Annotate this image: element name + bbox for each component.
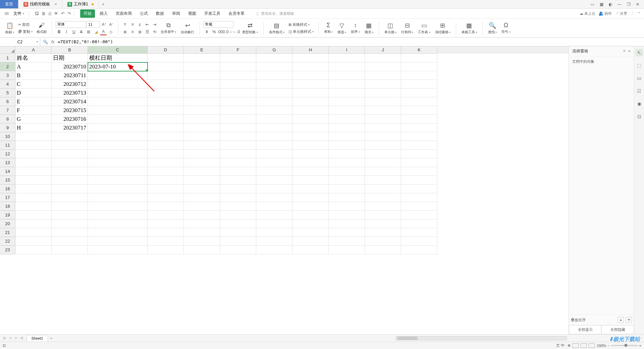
cell-C16[interactable]	[88, 185, 148, 193]
save-icon[interactable]: 🖫	[35, 11, 39, 16]
cell-E22[interactable]	[184, 237, 220, 246]
column-header-B[interactable]: B	[52, 46, 88, 54]
cell-K18[interactable]	[401, 202, 437, 211]
cell-K9[interactable]	[401, 123, 437, 132]
cell-I21[interactable]	[329, 228, 365, 237]
cell-D18[interactable]	[148, 202, 184, 211]
status-mode-icon[interactable]: ⊡	[3, 343, 6, 348]
cell-B11[interactable]	[52, 141, 88, 150]
cell-K15[interactable]	[401, 176, 437, 185]
comma-icon[interactable]: 000	[218, 29, 225, 35]
cell-K14[interactable]	[401, 167, 437, 176]
close-pane-icon[interactable]: ✕	[628, 49, 631, 53]
undo-icon[interactable]: ↶	[61, 11, 65, 16]
cell-D9[interactable]	[148, 123, 184, 132]
horizontal-scrollbar[interactable]	[396, 336, 567, 340]
cell-G8[interactable]	[256, 115, 292, 123]
row-header-11[interactable]: 11	[0, 141, 15, 150]
backup-tool-icon[interactable]: ◉	[636, 100, 643, 107]
cell-D2[interactable]	[148, 62, 184, 71]
row-header-2[interactable]: 2	[0, 62, 15, 71]
ribbon-tab-dev[interactable]: 开发工具	[201, 9, 224, 18]
cell-J11[interactable]	[365, 141, 401, 150]
align-left-icon[interactable]: ≣	[122, 29, 128, 35]
table-tools-button[interactable]: ▦表格工具	[460, 21, 479, 35]
cell-K1[interactable]	[401, 54, 437, 62]
cell-E3[interactable]	[184, 71, 220, 80]
cell-J15[interactable]	[365, 176, 401, 185]
row-header-21[interactable]: 21	[0, 228, 15, 237]
property-tool-icon[interactable]: ☷	[636, 87, 643, 95]
cell-A2[interactable]: A	[15, 62, 52, 71]
cell-E15[interactable]	[184, 176, 220, 185]
align-bottom-icon[interactable]: ⫫	[137, 21, 143, 28]
cell-K16[interactable]	[401, 185, 437, 193]
cell-I4[interactable]	[329, 80, 365, 89]
cell-D10[interactable]	[148, 132, 184, 141]
print-preview-icon[interactable]: 👁	[54, 11, 58, 16]
cell-K20[interactable]	[401, 219, 437, 228]
cell-I1[interactable]	[329, 54, 365, 62]
cell-C10[interactable]	[88, 132, 148, 141]
cell-A11[interactable]	[15, 141, 52, 150]
column-header-D[interactable]: D	[148, 46, 184, 54]
skin-icon[interactable]: ◐	[607, 1, 613, 7]
column-header-C[interactable]: C	[88, 46, 148, 54]
cell-H5[interactable]	[292, 89, 329, 97]
cell-I11[interactable]	[329, 141, 365, 150]
cell-C1[interactable]: 横杠日期	[88, 54, 148, 62]
cell-H8[interactable]	[292, 115, 329, 123]
cell-B5[interactable]: 20230713	[52, 89, 88, 97]
cell-G19[interactable]	[256, 211, 292, 219]
collapse-ribbon-icon[interactable]: ⌃	[638, 11, 641, 16]
cell-I15[interactable]	[329, 176, 365, 185]
cell-B4[interactable]: 20230712	[52, 80, 88, 89]
cell-G23[interactable]	[256, 246, 292, 254]
cell-A18[interactable]	[15, 202, 52, 211]
column-header-K[interactable]: K	[401, 46, 437, 54]
cell-K19[interactable]	[401, 211, 437, 219]
cell-C14[interactable]	[88, 167, 148, 176]
fill-button[interactable]: ▦填充	[363, 21, 375, 35]
cell-J12[interactable]	[365, 150, 401, 158]
cond-format-button[interactable]: ▤条件格式	[267, 21, 286, 35]
ribbon-tab-view[interactable]: 视图	[185, 9, 200, 18]
cell-E1[interactable]	[184, 54, 220, 62]
align-top-icon[interactable]: ⫪	[122, 21, 128, 28]
cell-H14[interactable]	[292, 167, 329, 176]
cell-G15[interactable]	[256, 176, 292, 185]
cell-B3[interactable]: 20230711	[52, 71, 88, 80]
cell-B6[interactable]: 20230714	[52, 97, 88, 106]
cell-G9[interactable]	[256, 123, 292, 132]
row-header-10[interactable]: 10	[0, 132, 15, 141]
cell-C4[interactable]	[88, 80, 148, 89]
row-header-13[interactable]: 13	[0, 158, 15, 167]
row-header-6[interactable]: 6	[0, 97, 15, 106]
cloud-status[interactable]: ☁ 未上云	[580, 11, 595, 16]
cell-A17[interactable]	[15, 193, 52, 202]
decrease-decimal-icon[interactable]: ←.0	[233, 29, 239, 35]
cell-E11[interactable]	[184, 141, 220, 150]
cell-A22[interactable]	[15, 237, 52, 246]
cell-G10[interactable]	[256, 132, 292, 141]
row-header-17[interactable]: 17	[0, 193, 15, 202]
cell-F5[interactable]	[220, 89, 256, 97]
worksheet-button[interactable]: ▭工作表	[416, 21, 432, 35]
cell-J23[interactable]	[365, 246, 401, 254]
row-header-19[interactable]: 19	[0, 211, 15, 219]
cell-I19[interactable]	[329, 211, 365, 219]
cell-F22[interactable]	[220, 237, 256, 246]
cell-A4[interactable]: C	[15, 80, 52, 89]
cell-F9[interactable]	[220, 123, 256, 132]
cell-K12[interactable]	[401, 150, 437, 158]
cell-D4[interactable]	[148, 80, 184, 89]
rowcol-button[interactable]: ⊟行和列	[399, 21, 415, 35]
cell-E6[interactable]	[184, 97, 220, 106]
cell-A5[interactable]: D	[15, 89, 52, 97]
increase-decimal-icon[interactable]: .0→	[225, 29, 232, 35]
cell-K23[interactable]	[401, 246, 437, 254]
cell-G3[interactable]	[256, 71, 292, 80]
cell-K22[interactable]	[401, 237, 437, 246]
zoom-out-button[interactable]: −	[607, 344, 609, 348]
last-sheet-icon[interactable]: >|	[19, 336, 24, 341]
